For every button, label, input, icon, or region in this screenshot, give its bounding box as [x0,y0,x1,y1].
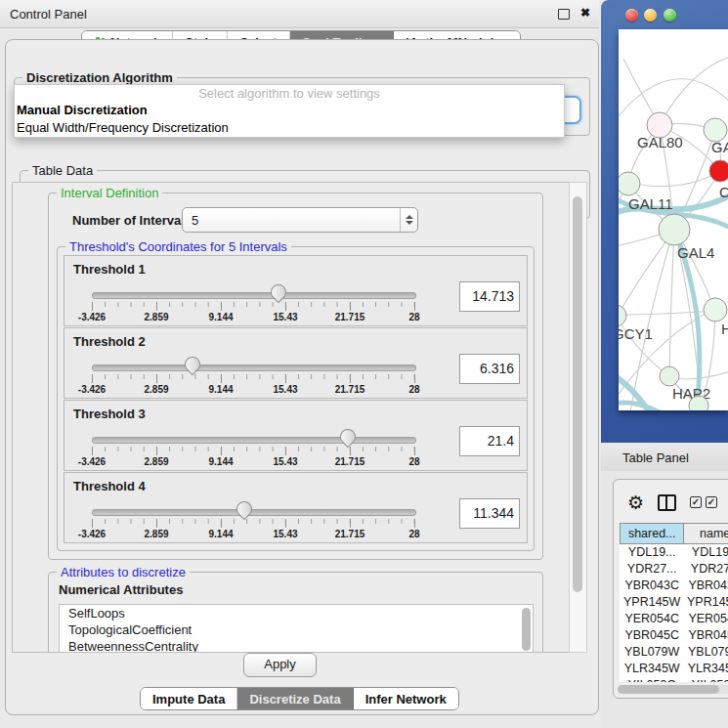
network-edge[interactable] [619,311,714,315]
table-row[interactable]: YER054CYER054C [620,611,728,627]
slider-track[interactable] [92,292,416,299]
interval-definition-label: Interval Definition [57,186,162,200]
tab-label: Discretize Data [249,692,340,707]
slider-track[interactable] [92,437,416,444]
cell-shared-name: YDR27... [620,561,684,578]
slider-track[interactable] [92,509,416,516]
threshold-value-field[interactable]: 14.713 [459,281,520,312]
slider-thumb[interactable] [268,281,290,304]
combo-stepper-icon[interactable] [400,208,417,232]
tab-label: Impute Data [152,692,225,707]
num-intervals-combobox[interactable]: 5 [182,207,418,233]
column-header-name[interactable]: name [684,523,728,544]
threshold-label: Threshold 2 [73,334,146,349]
gear-icon[interactable]: ⚙ [627,493,644,512]
attribute-item[interactable]: BetweennessCentrality [60,638,533,653]
network-node-hap2[interactable] [660,366,679,386]
checkbox-icon[interactable]: ✓ [706,496,717,508]
threshold-box: Threshold 4-3.4262.8599.14415.4321.71528… [64,472,528,543]
cell-name: YBL079W [684,644,728,661]
node-label: C [719,184,728,200]
minimize-traffic-light-icon[interactable] [644,9,657,21]
algorithm-option[interactable]: Manual Discretization [15,102,564,119]
network-canvas[interactable]: GAL80GACGAL11GAL4GCY1HHAP2 [619,29,728,410]
table-row[interactable]: YBR043CYBR043C [620,578,728,594]
network-edge[interactable] [669,232,674,375]
close-icon[interactable]: ✖ [580,6,590,20]
slider-thumb[interactable] [182,354,204,376]
bottom-tab-bar: Impute DataDiscretize DataInfer Network [140,687,459,710]
settings-scrollbar-thumb[interactable] [573,196,582,592]
algorithm-group-label: Discretization Algorithm [22,70,177,85]
tick-label: 9.144 [208,456,233,467]
algorithm-option[interactable]: Equal Width/Frequency Discretization [15,119,564,137]
checkbox-icon[interactable]: ✓ [690,496,702,508]
attribute-item[interactable]: SelfLoops [60,605,533,621]
node-label: GA [711,139,728,155]
float-window-icon[interactable] [558,9,570,20]
threshold-value-field[interactable]: 11.344 [459,498,520,529]
split-columns-icon[interactable] [658,494,676,511]
cell-shared-name: YBR045C [620,627,684,644]
table-row[interactable]: YDL19...YDL19... [620,544,728,561]
tab-impute-data[interactable]: Impute Data [141,688,237,709]
tick-label: 21.715 [335,384,365,395]
node-label: GAL4 [677,244,714,261]
tick-label: 2.859 [144,384,168,395]
tick-label: 28 [408,312,419,322]
table-row[interactable]: YIL053CYIL053C [620,677,728,682]
threshold-value-field[interactable]: 21.4 [459,426,520,456]
table-hscrollbar-thumb[interactable] [618,685,719,694]
network-node[interactable] [689,396,708,410]
network-node-gcy1[interactable] [619,305,626,326]
table-row[interactable]: YBR045CYBR045C [620,627,728,644]
network-node-h[interactable] [704,298,727,321]
num-intervals-label: Number of Intervals [72,213,192,228]
slider-ticks [92,519,415,528]
node-label: GAL80 [637,134,683,150]
slider-thumb[interactable] [234,498,256,521]
tab-discretize-data[interactable]: Discretize Data [237,688,353,709]
close-traffic-light-icon[interactable] [625,9,638,21]
network-edge[interactable] [660,57,728,124]
popup-item-list: Manual DiscretizationEqual Width/Frequen… [15,102,564,137]
network-node-gal4[interactable] [659,214,690,245]
slider-ticks [92,374,415,383]
tick-label: 28 [408,384,419,395]
network-node-gal11[interactable] [619,172,640,195]
table-row[interactable]: YBL079WYBL079W [620,644,728,661]
tick-label: -3.426 [78,384,106,395]
table-row[interactable]: YPR145WYPR145W [620,594,728,611]
tick-label: 9.144 [208,312,233,322]
threshold-value-field[interactable]: 6.316 [459,354,520,384]
slider-track[interactable] [92,364,416,371]
tick-label: 28 [408,456,419,467]
settings-scrollbar-track[interactable] [569,182,587,653]
node-table[interactable]: shared... name YDL19...YDL19...YDR27...Y… [620,523,728,682]
table-row[interactable]: YLR345WYLR345W [620,661,728,677]
threshold-box: Threshold 3-3.4262.8599.14415.4321.71528… [64,400,528,471]
cell-shared-name: YBL079W [620,644,684,661]
apply-button[interactable]: Apply [243,653,317,677]
cell-name: YBR043C [684,578,728,594]
node-label: H [721,321,728,337]
slider-thumb[interactable] [336,426,359,449]
network-node-c[interactable] [709,160,728,182]
network-edge[interactable] [619,79,728,122]
table-hscrollbar-track[interactable] [618,685,728,694]
tick-label: 15.43 [273,312,297,322]
network-edge[interactable] [629,172,719,187]
attributes-listbox[interactable]: SelfLoopsTopologicalCoefficientBetweenne… [59,604,534,653]
column-header-shared-name[interactable]: shared... [620,523,684,544]
tick-label: 2.859 [144,312,168,322]
tick-label: 9.144 [208,529,233,539]
attributes-scrollbar[interactable] [522,608,531,651]
zoom-traffic-light-icon[interactable] [664,9,676,21]
cell-shared-name: YPR145W [620,594,684,611]
attribute-item[interactable]: TopologicalCoefficient [60,621,533,638]
tab-infer-network[interactable]: Infer Network [354,688,458,709]
tick-label: -3.426 [78,312,106,322]
threshold-label: Threshold 1 [73,262,146,277]
table-row[interactable]: YDR27...YDR27... [620,561,728,578]
attributes-groupbox: Attributes to discretize Numerical Attri… [48,572,543,653]
